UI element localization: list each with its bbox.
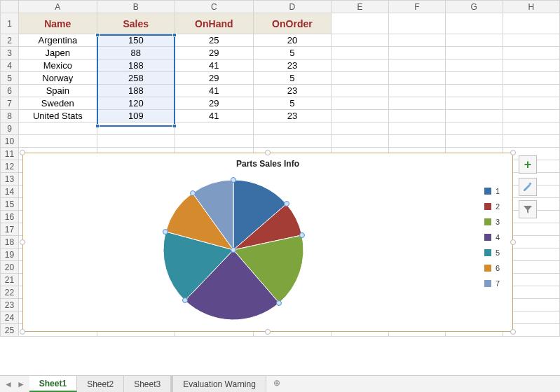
tab-scroll-left-icon[interactable]: ◄ [3, 379, 14, 389]
pie-edge-handle[interactable] [284, 201, 289, 206]
cell[interactable] [332, 47, 388, 59]
pie-edge-handle[interactable] [163, 229, 168, 234]
cell[interactable] [332, 72, 388, 85]
row-header-19[interactable]: 19 [1, 248, 19, 261]
legend-item-6[interactable]: 6 [484, 264, 500, 272]
cell[interactable] [446, 72, 503, 85]
cell-sales[interactable]: 109 [97, 110, 175, 122]
cell-name[interactable]: Mexico [19, 59, 97, 72]
row-header-24[interactable]: 24 [1, 312, 19, 324]
legend-item-4[interactable]: 4 [484, 233, 500, 241]
cell-onhand[interactable]: 41 [175, 59, 254, 72]
cell[interactable] [388, 97, 445, 110]
row-header-21[interactable]: 21 [1, 274, 19, 286]
row-header-15[interactable]: 15 [1, 198, 19, 211]
row-header-13[interactable]: 13 [1, 173, 19, 186]
chart-object[interactable]: Parts Sales Info 1234567 [22, 153, 513, 332]
cell[interactable] [388, 59, 445, 72]
cell[interactable] [332, 85, 388, 97]
cell-A1[interactable]: Name [19, 13, 97, 34]
cell-name[interactable]: Argentina [19, 34, 97, 47]
cell[interactable] [19, 135, 97, 148]
cell-onhand[interactable]: 41 [175, 110, 254, 122]
cell-sales[interactable]: 188 [97, 85, 175, 97]
chart-legend[interactable]: 1234567 [484, 187, 500, 295]
cell[interactable] [332, 135, 388, 148]
chart-styles-button[interactable] [519, 178, 537, 196]
cell[interactable] [253, 135, 332, 148]
cell[interactable] [446, 59, 503, 72]
col-header-E[interactable]: E [332, 1, 388, 13]
cell[interactable] [97, 122, 175, 135]
cell-sales[interactable]: 120 [97, 97, 175, 110]
cell[interactable] [446, 110, 503, 122]
cell[interactable] [503, 59, 559, 72]
row-header-16[interactable]: 16 [1, 211, 19, 223]
cell[interactable] [503, 97, 559, 110]
add-sheet-button[interactable]: ⊕ [266, 376, 287, 392]
col-header-H[interactable]: H [503, 1, 559, 13]
pie-edge-handle[interactable] [231, 177, 236, 183]
pie-edge-handle[interactable] [190, 190, 196, 196]
cell-E1[interactable] [332, 13, 388, 34]
row-header-2[interactable]: 2 [1, 34, 19, 47]
cell[interactable] [503, 72, 559, 85]
tab-sheet1[interactable]: Sheet1 [29, 376, 77, 392]
cell[interactable] [388, 85, 445, 97]
row-header-17[interactable]: 17 [1, 223, 19, 236]
row-header-5[interactable]: 5 [1, 72, 19, 85]
cell-onorder[interactable]: 5 [253, 47, 332, 59]
tab-sheet3[interactable]: Sheet3 [124, 376, 171, 392]
row-header-20[interactable]: 20 [1, 261, 19, 274]
cell-onhand[interactable]: 29 [175, 47, 254, 59]
cell-onorder[interactable]: 5 [253, 72, 332, 85]
cell[interactable] [503, 47, 559, 59]
cell[interactable] [388, 47, 445, 59]
row-header-23[interactable]: 23 [1, 299, 19, 312]
chart-filter-button[interactable] [519, 200, 537, 218]
cell[interactable] [503, 85, 559, 97]
col-header-F[interactable]: F [388, 1, 445, 13]
cell[interactable] [446, 122, 503, 135]
legend-item-5[interactable]: 5 [484, 248, 500, 257]
pie-edge-handle[interactable] [299, 232, 305, 238]
cell[interactable] [446, 85, 503, 97]
cell[interactable] [332, 122, 388, 135]
tab-sheet2[interactable]: Sheet2 [77, 376, 124, 392]
cell-sales[interactable]: 188 [97, 59, 175, 72]
cell-name[interactable]: Sweden [19, 97, 97, 110]
row-header-11[interactable]: 11 [1, 148, 19, 160]
cell[interactable] [253, 122, 332, 135]
cell[interactable] [446, 47, 503, 59]
col-header-A[interactable]: A [19, 1, 97, 13]
cell-G1[interactable] [446, 13, 503, 34]
legend-item-7[interactable]: 7 [484, 279, 500, 288]
cell[interactable] [388, 135, 445, 148]
cell-sales[interactable]: 150 [97, 34, 175, 47]
cell[interactable] [19, 122, 97, 135]
tab-scroll-right-icon[interactable]: ► [15, 379, 27, 389]
cell[interactable] [332, 110, 388, 122]
cell-onorder[interactable]: 23 [253, 110, 332, 122]
row-header-3[interactable]: 3 [1, 47, 19, 59]
cell-H1[interactable] [503, 13, 559, 34]
worksheet-area[interactable]: A B C D E F G H 1 Name Sales OnHand OnOr… [0, 0, 560, 375]
cell-sales[interactable]: 258 [97, 72, 175, 85]
col-header-C[interactable]: C [175, 1, 254, 13]
cell[interactable] [503, 135, 559, 148]
legend-item-1[interactable]: 1 [484, 187, 500, 195]
cell[interactable] [97, 135, 175, 148]
row-header-14[interactable]: 14 [1, 186, 19, 198]
legend-item-2[interactable]: 2 [484, 202, 500, 211]
cell[interactable] [503, 34, 559, 47]
pie-edge-handle[interactable] [182, 298, 188, 303]
cell-onorder[interactable]: 23 [253, 85, 332, 97]
col-header-G[interactable]: G [446, 1, 503, 13]
row-header-22[interactable]: 22 [1, 286, 19, 299]
cell[interactable] [175, 122, 254, 135]
cell[interactable] [446, 34, 503, 47]
row-header-6[interactable]: 6 [1, 85, 19, 97]
row-header-18[interactable]: 18 [1, 236, 19, 248]
cell-name[interactable]: Spain [19, 85, 97, 97]
cell[interactable] [388, 110, 445, 122]
